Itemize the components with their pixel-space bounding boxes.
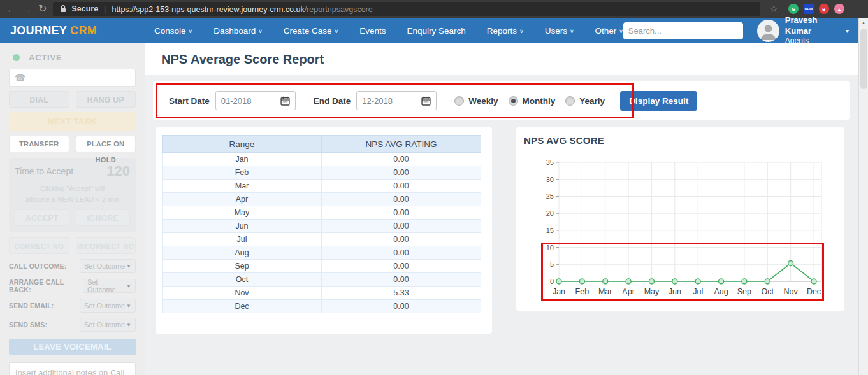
table-cell: Apr — [163, 193, 322, 206]
end-date-input[interactable] — [356, 91, 437, 110]
next-task-button[interactable]: NEXT TASK — [9, 112, 136, 131]
extension-icons: GNEWB▲ — [788, 4, 844, 14]
forward-icon[interactable]: → — [22, 4, 32, 14]
end-date-value[interactable] — [362, 96, 421, 106]
chevron-down-icon: ∨ — [258, 28, 263, 34]
chevron-down-icon: ▾ — [846, 27, 849, 34]
app-window: ← → ↻ Secure | https://spp2-153-nps-ques… — [0, 0, 868, 375]
table-row: Jul0.00 — [163, 233, 481, 246]
table-cell: 0.00 — [322, 246, 481, 260]
nav-item-users[interactable]: Users∨ — [545, 26, 574, 36]
back-icon[interactable]: ← — [6, 4, 16, 14]
scrollbar[interactable]: ▲ — [858, 18, 868, 375]
correct-no-button[interactable]: CORRECT NO — [9, 237, 69, 254]
svg-text:Dec: Dec — [807, 287, 821, 296]
search-input[interactable] — [628, 26, 741, 36]
nav-item-enquiry-search[interactable]: Enquiry Search — [407, 26, 465, 36]
dial-button[interactable]: DIAL — [9, 91, 69, 108]
svg-text:10: 10 — [546, 244, 554, 251]
table-cell: 0.00 — [322, 193, 481, 206]
nav-item-events[interactable]: Events — [359, 26, 386, 36]
period-radio-group: WeeklyMonthlyYearly — [454, 96, 605, 106]
nps-table-card: RangeNPS AVG RATING Jan0.00Feb0.00Mar0.0… — [156, 127, 492, 334]
place-on-hold-button[interactable]: PLACE ON HOLD — [76, 136, 136, 152]
table-cell: 0.00 — [322, 153, 481, 166]
table-row: Oct0.00 — [163, 273, 481, 287]
table-header-row: RangeNPS AVG RATING — [163, 136, 481, 153]
radio-monthly[interactable]: Monthly — [509, 96, 556, 106]
radio-yearly[interactable]: Yearly — [565, 96, 605, 106]
radio-label: Weekly — [468, 96, 498, 106]
secure-label: Secure — [71, 4, 98, 13]
call-notes-textarea[interactable] — [9, 362, 136, 375]
chart-title: NPS AVG SCORE — [524, 135, 844, 146]
outcome-select[interactable]: Set Outcome▼ — [83, 279, 136, 293]
avatar — [757, 20, 779, 42]
scrollbar-thumb[interactable] — [860, 29, 867, 89]
nav-item-dashboard[interactable]: Dashboard∨ — [213, 26, 263, 36]
outcome-row: SEND EMAIL:Set Outcome▼ — [9, 299, 136, 313]
grammarly-extension-icon[interactable]: G — [788, 4, 799, 14]
display-result-button[interactable]: Display Result — [620, 91, 697, 111]
url-separator: | — [103, 4, 107, 14]
filter-bar: Start Date End Date — [153, 81, 850, 120]
outcome-label: SEND SMS: — [9, 321, 47, 329]
accept-button[interactable]: ACCEPT — [15, 209, 69, 226]
top-navbar: JOURNEY CRM Console∨Dashboard∨Create Cas… — [0, 18, 868, 43]
table-row: Jan0.00 — [163, 153, 481, 166]
svg-text:15: 15 — [546, 227, 554, 234]
svg-text:30: 30 — [546, 176, 554, 183]
ignore-button[interactable]: IGNORE — [76, 209, 131, 226]
search-box[interactable] — [623, 22, 743, 39]
calendar-icon[interactable] — [421, 96, 431, 106]
bookmark-star-icon[interactable]: ☆ — [769, 3, 778, 15]
reload-icon[interactable]: ↻ — [38, 4, 47, 14]
transfer-button[interactable]: TRANSFER — [9, 136, 69, 152]
status-label: ACTIVE — [29, 53, 62, 62]
start-date-input[interactable] — [215, 91, 296, 110]
outcome-select[interactable]: Set Outcome▼ — [80, 318, 136, 332]
user-name: Pravesh Kumar — [785, 15, 840, 36]
table-cell: Mar — [163, 180, 322, 193]
leave-voicemail-button[interactable]: LEAVE VOICEMAIL — [9, 339, 136, 355]
svg-text:Feb: Feb — [575, 287, 590, 296]
hang-up-button[interactable]: HANG UP — [76, 91, 136, 108]
outcome-label: CALL OUTCOME: — [9, 262, 66, 270]
new-badge-extension-icon[interactable]: NEW — [804, 4, 814, 14]
address-bar[interactable]: Secure | https://spp2-153-nps-questnr-re… — [53, 2, 760, 16]
red-extension-icon[interactable]: B — [819, 4, 829, 14]
user-menu[interactable]: Pravesh Kumar Agents ▾ — [757, 15, 849, 46]
incorrect-no-button[interactable]: INCORRECT NO — [76, 237, 136, 254]
outcome-row: CALL OUTCOME:Set Outcome▼ — [9, 259, 136, 273]
time-to-accept-panel: Time to Accept 120 Clicking "Accept" wil… — [9, 158, 136, 232]
pink-extension-icon[interactable]: ▲ — [834, 4, 844, 14]
outcome-select[interactable]: Set Outcome▼ — [80, 299, 136, 313]
brand-logo[interactable]: JOURNEY CRM — [10, 24, 97, 38]
nav-item-reports[interactable]: Reports∨ — [487, 26, 524, 36]
chevron-down-icon: ∨ — [619, 28, 623, 34]
status-dot-icon — [13, 54, 20, 61]
radio-icon[interactable] — [454, 96, 464, 106]
outcome-row: SEND SMS:Set Outcome▼ — [9, 318, 136, 332]
accept-note: Clicking "Accept" will allocate a NEW LE… — [15, 183, 130, 204]
nav-item-create-case[interactable]: Create Case∨ — [284, 26, 338, 36]
outcome-label: ARRANGE CALL BACK: — [9, 278, 83, 294]
scroll-up-arrow-icon[interactable]: ▲ — [859, 18, 868, 27]
radio-label: Yearly — [579, 96, 605, 106]
nav-item-other[interactable]: Other∨ — [595, 26, 623, 36]
table-cell: Jun — [163, 220, 322, 233]
main-content: NPS Average Score Report Start Date End … — [145, 43, 858, 375]
radio-icon[interactable] — [565, 96, 575, 106]
outcome-select[interactable]: Set Outcome▼ — [80, 259, 136, 273]
radio-selected-icon[interactable] — [509, 96, 518, 106]
table-cell: 0.00 — [322, 220, 481, 233]
svg-text:0: 0 — [550, 278, 554, 285]
chevron-down-icon: ∨ — [570, 28, 574, 34]
calendar-icon[interactable] — [280, 96, 290, 106]
phone-number-input[interactable]: ☎ — [9, 69, 136, 87]
start-date-value[interactable] — [221, 96, 280, 106]
nav-item-console[interactable]: Console∨ — [154, 26, 192, 36]
table-row: May0.00 — [163, 206, 481, 220]
radio-weekly[interactable]: Weekly — [454, 96, 498, 106]
nps-line-chart: 05101520253035JanFebMarAprMayJunJulAugSe… — [523, 153, 838, 302]
